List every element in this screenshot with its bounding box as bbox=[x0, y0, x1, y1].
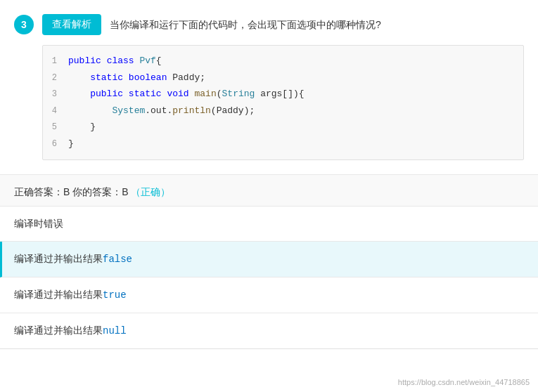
line-num-6: 6 bbox=[43, 137, 68, 152]
code-line-2: 2 static boolean Paddy; bbox=[43, 70, 523, 86]
code-line-3: 3 public static void main(String args[])… bbox=[43, 86, 523, 103]
option-B-code: false bbox=[103, 254, 132, 265]
option-A-text: 编译时错误 bbox=[14, 218, 63, 229]
option-B[interactable]: 编译通过并输出结果false bbox=[0, 242, 538, 277]
answer-line: 正确答案：B 你的答案：B （正确） bbox=[14, 186, 524, 199]
correct-answer-label: 正确答案： bbox=[14, 186, 63, 197]
watermark: https://blog.csdn.net/weixin_44718865 bbox=[398, 378, 530, 386]
option-C[interactable]: 编译通过并输出结果true bbox=[0, 277, 538, 313]
option-D[interactable]: 编译通过并输出结果null bbox=[0, 313, 538, 349]
question-number: 3 bbox=[14, 15, 34, 34]
code-line-1: 1 public class Pvf{ bbox=[43, 53, 523, 70]
option-D-code: null bbox=[103, 325, 127, 337]
code-line-6: 6 } bbox=[43, 136, 523, 152]
line-num-1: 1 bbox=[43, 54, 68, 70]
options-section: 编译时错误 编译通过并输出结果false 编译通过并输出结果true 编译通过并… bbox=[0, 207, 538, 349]
line-num-4: 4 bbox=[43, 104, 68, 119]
code-line-4: 4 System.out.println(Paddy); bbox=[43, 103, 523, 119]
page-container: 3 查看解析 当你编译和运行下面的代码时，会出现下面选项中的哪种情况? 1 pu… bbox=[0, 0, 538, 392]
line-num-3: 3 bbox=[43, 87, 68, 103]
question-text: 当你编译和运行下面的代码时，会出现下面选项中的哪种情况? bbox=[110, 17, 381, 32]
correct-mark: （正确） bbox=[131, 186, 170, 197]
option-D-text-prefix: 编译通过并输出结果 bbox=[14, 325, 103, 336]
option-C-text-prefix: 编译通过并输出结果 bbox=[14, 289, 103, 300]
option-A[interactable]: 编译时错误 bbox=[0, 207, 538, 242]
option-B-text-prefix: 编译通过并输出结果 bbox=[14, 253, 103, 264]
line-num-2: 2 bbox=[43, 71, 68, 86]
correct-answer-value: B bbox=[63, 186, 70, 197]
question-header: 3 查看解析 当你编译和运行下面的代码时，会出现下面选项中的哪种情况? bbox=[14, 14, 524, 35]
yours-value: B bbox=[122, 186, 128, 197]
question-section: 3 查看解析 当你编译和运行下面的代码时，会出现下面选项中的哪种情况? 1 pu… bbox=[0, 0, 538, 175]
code-block: 1 public class Pvf{ 2 static boolean Pad… bbox=[42, 45, 524, 160]
explain-button[interactable]: 查看解析 bbox=[42, 14, 101, 35]
option-C-code: true bbox=[103, 289, 127, 301]
yours-label: 你的答案： bbox=[70, 186, 122, 197]
answer-section: 正确答案：B 你的答案：B （正确） bbox=[0, 175, 538, 207]
code-line-5: 5 } bbox=[43, 119, 523, 136]
line-num-5: 5 bbox=[43, 120, 68, 136]
